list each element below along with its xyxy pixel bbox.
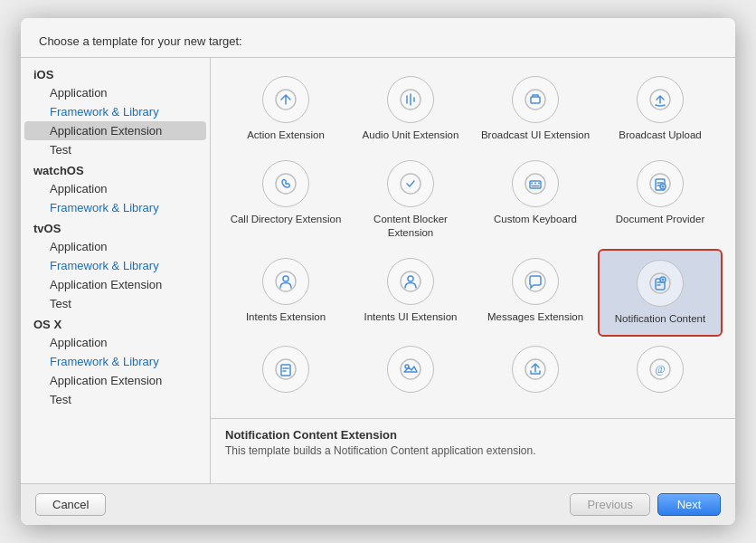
notif-svc-icon bbox=[262, 346, 309, 393]
template-item-custom-keyboard[interactable]: Custom Keyboard bbox=[473, 151, 598, 249]
custom-keyboard-icon bbox=[512, 160, 559, 207]
svg-point-20 bbox=[525, 272, 545, 291]
description-area: Notification Content Extension This temp… bbox=[211, 418, 735, 483]
svg-point-6 bbox=[401, 174, 421, 194]
previous-button[interactable]: Previous bbox=[570, 493, 650, 516]
svg-point-17 bbox=[283, 276, 288, 281]
template-label-broadcast-ui-ext: Broadcast UI Extension bbox=[481, 129, 590, 142]
dialog-header: Choose a template for your new target: bbox=[21, 18, 735, 57]
sidebar-group-tvos: tvOS bbox=[21, 217, 210, 237]
template-item-doc-provider[interactable]: Document Provider bbox=[598, 151, 723, 249]
dialog: Choose a template for your new target: i… bbox=[21, 18, 735, 525]
template-label-action-ext: Action Extension bbox=[247, 129, 325, 142]
cancel-button[interactable]: Cancel bbox=[35, 493, 106, 516]
sidebar-item-ios-test[interactable]: Test bbox=[24, 140, 206, 159]
template-label-custom-keyboard: Custom Keyboard bbox=[494, 213, 577, 226]
template-item-photo-editing[interactable] bbox=[348, 337, 473, 407]
sidebar-item-tv-test[interactable]: Test bbox=[24, 294, 206, 313]
template-item-messages-ext[interactable]: Messages Extension bbox=[473, 249, 598, 337]
share-ext-icon bbox=[512, 346, 559, 393]
sidebar-item-osx-app[interactable]: Application bbox=[24, 333, 206, 352]
sidebar-item-ios-app[interactable]: Application bbox=[24, 83, 206, 102]
svg-rect-25 bbox=[281, 365, 290, 376]
dialog-footer: Cancel Previous Next bbox=[21, 483, 735, 525]
template-item-intents-ui-ext[interactable]: Intents UI Extension bbox=[348, 249, 473, 337]
photo-editing-icon bbox=[387, 346, 434, 393]
sidebar-group-watchos: watchOS bbox=[21, 159, 210, 179]
sidebar-item-osx-app-ext[interactable]: Application Extension bbox=[24, 371, 206, 390]
sidebar-item-watch-framework[interactable]: Framework & Library bbox=[24, 198, 206, 217]
messages-icon bbox=[512, 258, 559, 305]
svg-point-2 bbox=[525, 90, 545, 110]
template-item-content-blocker-ext[interactable]: Content Blocker Extension bbox=[348, 151, 473, 249]
intents-ui-icon bbox=[387, 258, 434, 305]
broadcast-upload-icon bbox=[637, 76, 684, 123]
sidebar-item-ios-framework[interactable]: Framework & Library bbox=[24, 102, 206, 121]
svg-text:@: @ bbox=[655, 363, 665, 376]
call-dir-icon bbox=[262, 160, 309, 207]
template-label-audio-unit-ext: Audio Unit Extension bbox=[363, 129, 459, 142]
next-button[interactable]: Next bbox=[657, 493, 721, 516]
description-title: Notification Content Extension bbox=[225, 428, 721, 442]
audio-unit-icon bbox=[387, 76, 434, 123]
intents-icon bbox=[262, 258, 309, 305]
sidebar-item-osx-test[interactable]: Test bbox=[24, 390, 206, 409]
dialog-content: iOSApplicationFramework & LibraryApplica… bbox=[21, 57, 735, 483]
dialog-title: Choose a template for your new target: bbox=[39, 34, 242, 48]
template-grid: Action Extension Audio Unit Extension Br… bbox=[211, 58, 735, 418]
description-text: This template builds a Notification Cont… bbox=[225, 444, 721, 457]
template-item-broadcast-ui-ext[interactable]: Broadcast UI Extension bbox=[473, 67, 598, 151]
sidebar-item-ios-app-ext[interactable]: Application Extension bbox=[24, 121, 206, 140]
template-label-intents-ext: Intents Extension bbox=[246, 310, 326, 324]
svg-rect-3 bbox=[531, 97, 540, 103]
sidebar-group-ios: iOS bbox=[21, 63, 210, 83]
safari-ext-icon: @ bbox=[637, 346, 684, 393]
template-item-notif-svc[interactable] bbox=[223, 337, 348, 407]
svg-rect-8 bbox=[530, 181, 541, 188]
template-label-doc-provider: Document Provider bbox=[616, 213, 704, 226]
sidebar-item-watch-app[interactable]: Application bbox=[24, 179, 206, 198]
template-item-share-ext[interactable] bbox=[473, 337, 598, 407]
action-icon bbox=[262, 76, 309, 123]
content-blocker-icon bbox=[387, 160, 434, 207]
template-item-safari-ext[interactable]: @ bbox=[598, 337, 723, 407]
broadcast-ui-icon bbox=[512, 76, 559, 123]
template-item-notif-content[interactable]: Notification Content bbox=[598, 249, 723, 337]
template-item-action-ext[interactable]: Action Extension bbox=[223, 67, 348, 151]
sidebar: iOSApplicationFramework & LibraryApplica… bbox=[21, 58, 211, 483]
template-item-intents-ext[interactable]: Intents Extension bbox=[223, 249, 348, 337]
sidebar-item-osx-framework[interactable]: Framework & Library bbox=[24, 352, 206, 371]
footer-left: Cancel bbox=[35, 493, 106, 516]
sidebar-item-tv-app-ext[interactable]: Application Extension bbox=[24, 275, 206, 294]
svg-point-27 bbox=[405, 365, 409, 368]
template-label-notif-content: Notification Content bbox=[615, 312, 705, 326]
template-item-audio-unit-ext[interactable]: Audio Unit Extension bbox=[348, 67, 473, 151]
svg-point-19 bbox=[408, 276, 413, 281]
sidebar-item-tv-app[interactable]: Application bbox=[24, 237, 206, 256]
sidebar-item-tv-framework[interactable]: Framework & Library bbox=[24, 256, 206, 275]
template-label-messages-ext: Messages Extension bbox=[487, 310, 583, 324]
template-label-intents-ui-ext: Intents UI Extension bbox=[364, 310, 458, 324]
template-label-content-blocker-ext: Content Blocker Extension bbox=[354, 213, 468, 240]
footer-right: Previous Next bbox=[570, 493, 721, 516]
doc-provider-icon bbox=[637, 160, 684, 207]
template-item-broadcast-upload[interactable]: Broadcast Upload bbox=[598, 67, 723, 151]
template-label-call-dir-ext: Call Directory Extension bbox=[231, 213, 342, 226]
sidebar-group-osx: OS X bbox=[21, 313, 210, 333]
main-area: Action Extension Audio Unit Extension Br… bbox=[211, 58, 735, 483]
notif-content-icon bbox=[637, 260, 684, 307]
template-label-broadcast-upload: Broadcast Upload bbox=[619, 129, 701, 142]
template-item-call-dir-ext[interactable]: Call Directory Extension bbox=[223, 151, 348, 249]
